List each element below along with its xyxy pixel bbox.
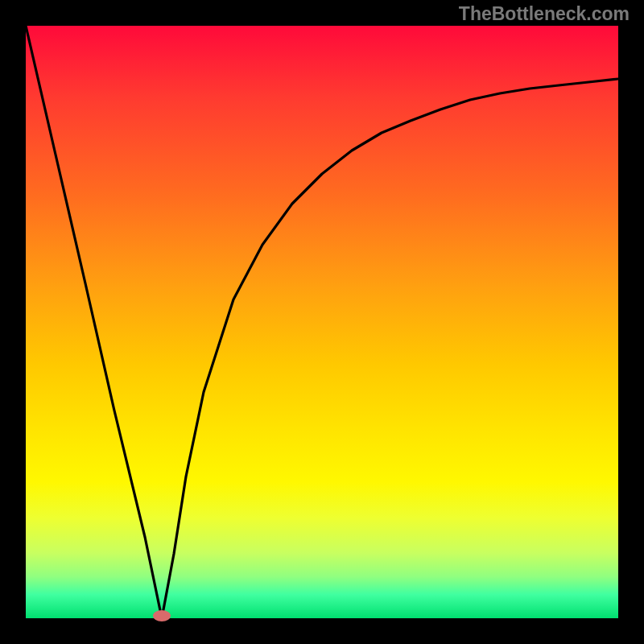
optimal-point-marker xyxy=(153,610,171,621)
curve-svg xyxy=(26,26,618,618)
watermark-text: TheBottleneck.com xyxy=(459,3,630,25)
plot-area xyxy=(26,26,618,618)
bottleneck-curve xyxy=(26,26,618,618)
